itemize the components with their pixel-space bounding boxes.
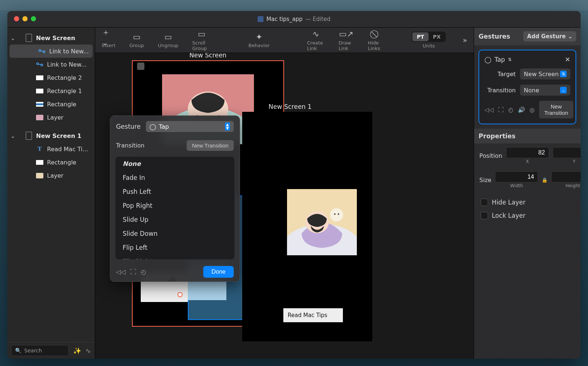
transition-option[interactable]: Flip Left (115, 241, 234, 255)
layer-item-image[interactable]: Layer (7, 111, 95, 124)
transition-select[interactable]: None ⌄ (520, 85, 570, 96)
chevron-down-icon: ⌄ (560, 87, 567, 93)
draw-link-button[interactable]: ▭↗Draw Link (338, 29, 354, 51)
insert-button[interactable]: ＋ ⌄Insert (102, 32, 115, 48)
search-input[interactable]: 🔍 Search (11, 345, 69, 356)
rectangle-icon (36, 160, 43, 165)
checkbox[interactable] (481, 199, 488, 206)
hide-links-button[interactable]: ⃠Hide Links (368, 29, 384, 51)
crop-icon[interactable]: ⛶ (498, 106, 504, 113)
lock-layer-row[interactable]: Lock Layer (474, 209, 581, 222)
checkbox[interactable] (481, 212, 488, 219)
transition-option[interactable]: Slide Down (115, 227, 234, 241)
width-input[interactable] (495, 171, 538, 182)
gesture-select[interactable]: ◯Tap ▲▼ (146, 121, 234, 132)
layer-item-rectangle[interactable]: Rectangle (7, 97, 95, 111)
more-icon[interactable]: » (463, 36, 467, 45)
layer-group-new-screen[interactable]: ⌄ New Screen (7, 31, 95, 45)
sort-icon[interactable]: ⇅ (508, 57, 512, 62)
layer-item-rectangle[interactable]: Rectangle 1 (7, 84, 95, 97)
lock-icon[interactable]: 🔒 (542, 177, 548, 183)
minimize-icon[interactable] (22, 16, 28, 21)
layer-item-rectangle[interactable]: Rectangle 2 (7, 71, 95, 84)
canvas[interactable]: New Screen (95, 53, 474, 359)
screen-icon (26, 132, 32, 140)
layer-item-image[interactable]: Layer (7, 169, 95, 182)
rewind-icon[interactable]: ◁◁ (484, 106, 494, 113)
create-link-icon: ∿ (312, 29, 319, 39)
height-field[interactable]: Height (551, 171, 581, 188)
transition-option-none[interactable]: None (115, 157, 234, 171)
stepper-icon: ▲▼ (225, 122, 230, 131)
stepper-icon: ⇅ (560, 71, 567, 77)
document-title[interactable]: Mac tips_app — Edited (258, 16, 330, 22)
ungroup-button[interactable]: ▭Ungroup (158, 32, 179, 48)
create-link-button[interactable]: ∿Create Link (307, 29, 325, 51)
hide-laylayer-row[interactable]: Hide Layer (474, 196, 581, 209)
app-window: Mac tips_app — Edited ⌄ New Screen (7, 11, 581, 359)
unit-px[interactable]: PX (429, 32, 445, 41)
artboard-statusbar (133, 61, 283, 71)
transition-option[interactable]: Flip Right (115, 255, 234, 259)
artboard-new-screen-1[interactable]: New Screen 1 Read Mac Tips (242, 112, 372, 341)
tap-icon: ◯ (150, 123, 156, 130)
chevron-down-icon[interactable]: ⌄ (10, 35, 15, 42)
layer-item-rectangle[interactable]: Rectangle (7, 156, 95, 169)
add-gesture-button[interactable]: Add Gesture ⌄ (523, 31, 576, 42)
target-select[interactable]: New Screen ⇅ (520, 68, 570, 79)
wand-icon[interactable]: ✨ (73, 347, 81, 355)
transition-label: Transition (116, 142, 144, 149)
popover-header: Gesture ◯Tap ▲▼ (110, 116, 240, 137)
x-input[interactable] (506, 147, 549, 158)
artboard-image[interactable] (287, 189, 357, 255)
timer-icon[interactable]: ◴ (141, 268, 146, 276)
screen-icon (26, 34, 32, 42)
wand-icon: ✦ (256, 32, 262, 42)
group-button[interactable]: ▭Group (129, 32, 144, 48)
close-icon[interactable] (14, 16, 19, 21)
chevron-down-icon[interactable]: ⌄ (10, 132, 15, 139)
transition-option[interactable]: Push Left (115, 185, 234, 199)
unit-pt[interactable]: PT (412, 32, 429, 41)
behavior-button[interactable]: ✦Behavior (248, 32, 270, 48)
done-button[interactable]: Done (203, 266, 233, 278)
crop-icon[interactable]: ⛶ (130, 268, 136, 276)
sound-icon[interactable]: 🔊 (518, 106, 525, 113)
target-icon[interactable]: ◎ (530, 106, 535, 113)
toolbar: ＋ ⌄Insert ▭Group ▭Ungroup ▭Scroll Group … (95, 28, 474, 53)
read-mac-tips-button[interactable]: Read Mac Tips (283, 308, 343, 322)
timer-icon[interactable]: ◴ (508, 106, 513, 113)
transition-list: None Fade In Push Left Pop Right Slide U… (115, 157, 234, 259)
layer-item-link[interactable]: Link to New... (7, 58, 95, 71)
layer-item-link[interactable]: Link to New... (10, 45, 93, 58)
layer-label: Rectangle (47, 101, 76, 108)
gesture-card: ◯ Tap ⇅ ✕ Target New Screen ⇅ (478, 50, 576, 124)
layer-item-text[interactable]: TRead Mac Ti... (7, 142, 95, 156)
menubar (0, 0, 588, 10)
svg-point-7 (202, 106, 203, 107)
fullscreen-icon[interactable] (31, 16, 36, 21)
svg-point-13 (334, 213, 336, 215)
layer-label: Rectangle (47, 159, 76, 166)
new-transition-button[interactable]: New Transition (539, 101, 573, 118)
transition-option[interactable]: Slide Up (115, 213, 234, 227)
width-field[interactable]: Width (495, 171, 538, 188)
chevron-down-icon: ⌄ (568, 33, 573, 40)
y-input[interactable] (553, 147, 581, 158)
links-icon[interactable]: ∿ (86, 347, 91, 355)
height-input[interactable] (551, 171, 581, 182)
sidebar-footer: 🔍 Search ✨ ∿ (7, 342, 95, 359)
scroll-group-button[interactable]: ▭Scroll Group (192, 29, 211, 51)
units-toggle[interactable]: PT PX (412, 32, 446, 42)
image-icon (36, 173, 43, 178)
new-transition-button[interactable]: New Transition (187, 140, 233, 151)
layer-group-new-screen-1[interactable]: ⌄ New Screen 1 (7, 129, 95, 142)
transition-option[interactable]: Fade In (115, 171, 234, 185)
position-x-field[interactable]: X (506, 147, 549, 164)
rewind-icon[interactable]: ◁◁ (116, 268, 126, 276)
position-y-field[interactable]: Y (553, 147, 581, 164)
link-handle-icon[interactable] (178, 292, 183, 297)
close-icon[interactable]: ✕ (565, 56, 570, 63)
transition-option[interactable]: Pop Right (115, 199, 234, 213)
center-pane: ＋ ⌄Insert ▭Group ▭Ungroup ▭Scroll Group … (95, 28, 474, 359)
